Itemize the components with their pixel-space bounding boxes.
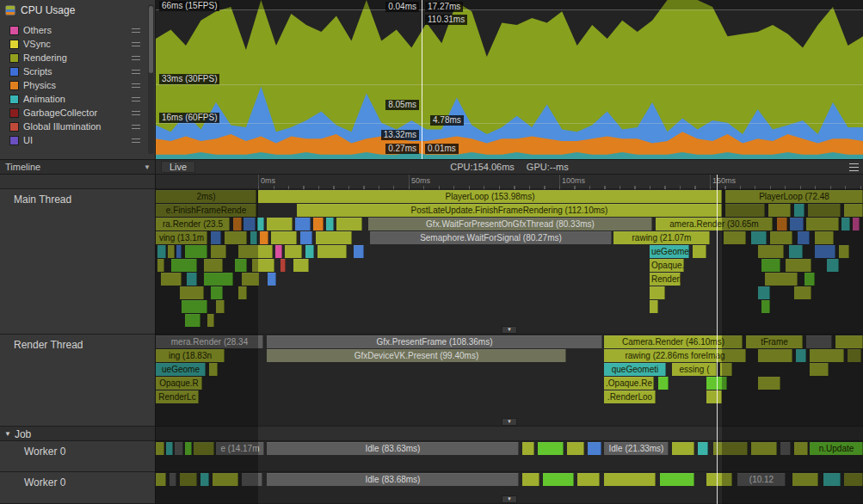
timeline-block[interactable]: ing (18.83n	[156, 349, 225, 362]
timeline-block[interactable]	[706, 377, 727, 390]
foldout-arrow-icon[interactable]: ▼	[4, 430, 11, 438]
timeline-block[interactable]	[798, 231, 810, 244]
timeline-block[interactable]	[761, 300, 770, 313]
timeline-block[interactable]	[213, 473, 238, 486]
timeline-block[interactable]	[792, 473, 818, 486]
drag-handle-icon[interactable]	[132, 70, 140, 74]
timeline-block[interactable]	[157, 245, 166, 258]
timeline-block[interactable]	[250, 231, 257, 244]
thread-row-label-worker1[interactable]: Worker 0	[0, 441, 156, 472]
module-header[interactable]: CPU Usage	[0, 0, 156, 21]
timeline-block[interactable]	[751, 231, 767, 244]
timeline-block[interactable]	[588, 442, 601, 455]
legend-item-animation[interactable]: Animation	[0, 92, 145, 106]
timeline-block[interactable]	[185, 314, 200, 327]
timeline-block[interactable]	[786, 259, 811, 272]
legend-scrollbar[interactable]	[148, 4, 154, 154]
timeline-block[interactable]	[354, 245, 364, 258]
timeline-block[interactable]: Idle (21.33ms)	[604, 442, 669, 455]
drag-handle-icon[interactable]	[132, 83, 140, 88]
timeline-block[interactable]: Idle (83.68ms)	[267, 473, 519, 486]
thread-row-label-worker2[interactable]: Worker 0	[0, 472, 156, 504]
timeline-block[interactable]	[796, 349, 806, 362]
timeline-block[interactable]	[280, 259, 286, 272]
timeline-block[interactable]: RenderLc	[156, 390, 199, 403]
timeline-block[interactable]	[336, 218, 362, 230]
timeline-block[interactable]	[187, 273, 197, 286]
timeline-block[interactable]	[808, 204, 841, 217]
timeline-block[interactable]	[216, 300, 225, 313]
timeline-block[interactable]: rawing (21.07m	[613, 231, 710, 244]
timeline-block[interactable]	[317, 245, 347, 258]
legend-item-ui[interactable]: UI	[0, 133, 145, 147]
timeline-block[interactable]	[522, 473, 539, 486]
timeline-block[interactable]	[758, 377, 780, 390]
timeline-block[interactable]: Gfx.PresentFrame (108.36ms)	[267, 335, 602, 348]
timeline-block[interactable]	[204, 259, 223, 272]
timeline-block[interactable]	[238, 245, 273, 258]
timeline-block[interactable]	[706, 473, 732, 486]
timeline-block[interactable]	[810, 349, 844, 362]
drag-handle-icon[interactable]	[132, 111, 140, 115]
timeline-block[interactable]: n.Update	[810, 442, 863, 455]
timeline-block[interactable]: PlayerLoop (72.48	[725, 190, 863, 203]
timeline-block[interactable]	[823, 473, 841, 486]
drag-handle-icon[interactable]	[132, 28, 140, 33]
timeline-block[interactable]: PostLateUpdate.FinishFrameRendering (112…	[297, 204, 722, 217]
expand-collapse-button[interactable]: ▼	[502, 495, 517, 503]
timeline-block[interactable]	[242, 473, 262, 486]
timeline-block[interactable]	[326, 218, 334, 230]
timeline-block[interactable]	[804, 273, 815, 286]
view-mode-dropdown[interactable]: Timeline ▼	[0, 159, 156, 175]
timeline-block[interactable]	[235, 259, 247, 272]
legend-scrollbar-thumb[interactable]	[149, 6, 153, 73]
timeline-block[interactable]	[780, 442, 791, 455]
timeline-block[interactable]	[770, 231, 792, 244]
timeline-block[interactable]	[794, 286, 811, 299]
timeline-block[interactable]	[260, 231, 268, 244]
timeline-block[interactable]	[538, 442, 564, 455]
timeline-block[interactable]	[211, 231, 221, 244]
legend-item-global-illumination[interactable]: Global Illumination	[0, 120, 145, 133]
timeline-block[interactable]	[271, 231, 297, 244]
timeline-block[interactable]: Opaque.R	[650, 259, 684, 272]
timeline-block[interactable]: GfxDeviceVK.Present (99.40ms)	[267, 349, 566, 362]
timeline-block[interactable]	[794, 204, 804, 217]
timeline-block[interactable]: ra.Render (23.5	[156, 218, 230, 230]
timeline-block[interactable]	[725, 204, 765, 217]
timeline-block[interactable]	[650, 300, 658, 313]
timeline-block[interactable]	[225, 231, 247, 244]
timeline-block[interactable]: Gfx.WaitForPresentOnGfxThread (80.33ms)	[368, 218, 652, 230]
timeline-block[interactable]	[161, 273, 182, 286]
timeline-block[interactable]	[185, 442, 192, 455]
legend-item-others[interactable]: Others	[0, 23, 145, 37]
timeline-block[interactable]	[713, 442, 748, 455]
timeline-block[interactable]	[693, 245, 706, 258]
timeline-block[interactable]	[175, 442, 183, 455]
timeline-ruler[interactable]: 0ms50ms100ms150ms	[156, 175, 863, 189]
timeline-block[interactable]: RenderLc	[650, 273, 681, 286]
timeline-block[interactable]	[543, 473, 574, 486]
timeline-block[interactable]	[180, 286, 204, 299]
timeline-block[interactable]	[650, 286, 665, 299]
timeline-block[interactable]	[233, 218, 242, 230]
timeline-block[interactable]	[285, 245, 302, 258]
timeline-block[interactable]	[660, 473, 694, 486]
timeline-block[interactable]: ueGeome	[156, 363, 206, 376]
timeline-block[interactable]: .Opaque.Re	[604, 377, 654, 390]
timeline-block[interactable]	[789, 245, 803, 258]
timeline-block[interactable]	[844, 473, 863, 486]
timeline-block[interactable]	[267, 218, 293, 230]
expand-collapse-button[interactable]: ▼	[502, 326, 517, 334]
timeline-block[interactable]	[839, 245, 849, 258]
timeline-block[interactable]	[316, 231, 352, 244]
timeline-block[interactable]: Opaque.R	[156, 377, 202, 390]
timeline-block[interactable]: queGeometi	[604, 363, 666, 376]
timeline-block[interactable]: e (14.17m	[216, 442, 264, 455]
timeline-block[interactable]	[672, 442, 694, 455]
timeline-block[interactable]: tFrame	[746, 335, 803, 348]
drag-handle-icon[interactable]	[132, 138, 140, 143]
thread-track-worker2[interactable]: Idle (83.68ms)(10.12▼	[156, 472, 863, 504]
timeline-block[interactable]	[567, 442, 584, 455]
timeline-block[interactable]	[841, 218, 850, 230]
